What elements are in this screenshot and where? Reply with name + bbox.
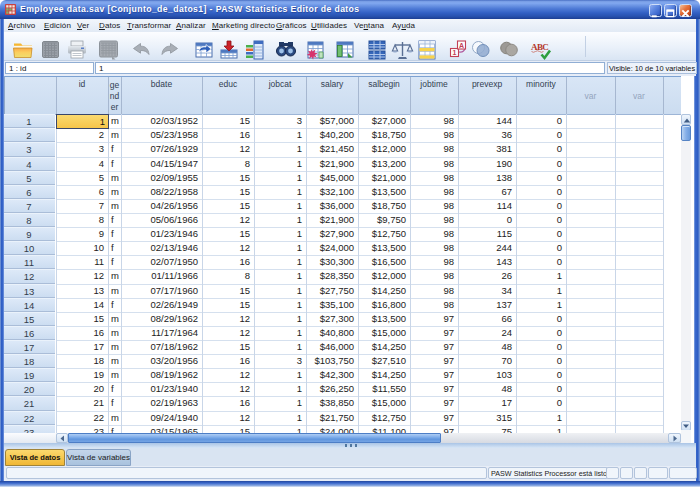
svg-text:ABC: ABC — [531, 42, 548, 52]
svg-text:A: A — [459, 42, 464, 49]
svg-text:1: 1 — [453, 49, 457, 56]
